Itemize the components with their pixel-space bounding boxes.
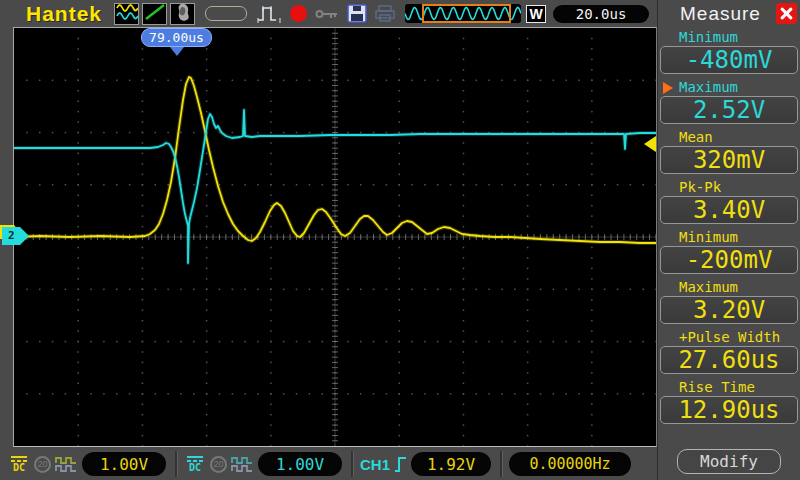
frequency-readout: 0.00000Hz xyxy=(509,452,631,476)
screen-area: 79.00us 2 xyxy=(0,27,657,448)
modify-button[interactable]: Modify xyxy=(677,449,781,474)
measure-item[interactable]: Pk-Pk 3.40V xyxy=(658,179,800,224)
brand-logo: Hantek xyxy=(26,2,102,26)
ch2-position-marker[interactable]: 2 xyxy=(2,227,30,245)
ch2-bandwidth-icon: 20 xyxy=(210,456,227,473)
measure-label: Minimum xyxy=(658,229,800,245)
snapshot-button[interactable] xyxy=(170,3,195,25)
timebase-readout[interactable]: 20.0us xyxy=(553,5,649,23)
snapshot-icon xyxy=(172,3,194,25)
left-column: Hantek xyxy=(0,0,657,480)
measure-value: 2.52V xyxy=(660,96,798,124)
measure-item[interactable]: +Pulse Width 27.60us xyxy=(658,329,800,374)
trigger-source-label[interactable]: CH1 xyxy=(360,456,390,473)
measure-value: 320mV xyxy=(660,146,798,174)
measure-item[interactable]: Minimum -200mV xyxy=(658,229,800,274)
trigger-slope-icon[interactable] xyxy=(394,456,407,473)
measure-value: -200mV xyxy=(660,246,798,274)
ch1-bandwidth-icon: 20 xyxy=(34,456,51,473)
top-toolbar: Hantek xyxy=(0,0,657,27)
key-icon xyxy=(315,8,339,20)
ch2-scale-readout[interactable]: 1.00V xyxy=(258,452,342,476)
divider xyxy=(500,451,502,477)
ch2-coupling-icon[interactable]: DC xyxy=(184,456,206,473)
measure-item[interactable]: Maximum 3.20V xyxy=(658,279,800,324)
ch1-coupling-icon[interactable]: DC xyxy=(8,456,30,473)
measure-list: Minimum -480mV Maximum 2.52V Mean 320mV … xyxy=(658,27,800,447)
measure-label: Mean xyxy=(658,129,800,145)
ch1-scale-readout[interactable]: 1.00V xyxy=(82,452,166,476)
window-mode-button[interactable]: W xyxy=(526,5,546,23)
measure-panel-header: Measure xyxy=(658,0,800,27)
measure-value: 12.90us xyxy=(660,396,798,424)
measure-value: 27.60us xyxy=(660,346,798,374)
record-icon[interactable] xyxy=(290,5,307,22)
trigger-position-pointer xyxy=(170,47,184,56)
trigger-level-marker[interactable] xyxy=(644,136,656,152)
channels-wave-icon xyxy=(116,3,138,25)
measure-item[interactable]: Mean 320mV xyxy=(658,129,800,174)
measure-label: Minimum xyxy=(658,29,800,45)
measure-item[interactable]: Minimum -480mV xyxy=(658,29,800,74)
waveform-preview[interactable] xyxy=(405,4,521,23)
measure-item[interactable]: Rise Time 12.90us xyxy=(658,379,800,424)
measure-panel: Measure Minimum -480mV Maximum 2.52V Mea… xyxy=(657,0,800,480)
preview-window-box[interactable] xyxy=(422,4,511,23)
print-icon xyxy=(375,5,395,22)
active-arrow-icon xyxy=(663,82,673,94)
channels-wave-button[interactable] xyxy=(114,3,139,25)
close-icon[interactable] xyxy=(776,3,797,24)
pulse-step-icon[interactable] xyxy=(255,4,281,24)
cursor-line-icon xyxy=(144,3,166,25)
ch2-probe-icon xyxy=(231,456,253,472)
bottom-status-bar: DC 20 1.00V DC 20 1.0 xyxy=(0,448,657,480)
divider xyxy=(351,451,353,477)
status-box xyxy=(205,6,247,21)
measure-label: Maximum xyxy=(658,79,800,95)
ch2-marker-label: 2 xyxy=(8,229,15,242)
divider xyxy=(175,451,177,477)
trigger-level-readout[interactable]: 1.92V xyxy=(411,452,491,476)
graticule xyxy=(13,27,657,447)
measure-label: Maximum xyxy=(658,279,800,295)
save-icon[interactable] xyxy=(347,4,367,23)
measure-value: 3.40V xyxy=(660,196,798,224)
measure-item[interactable]: Maximum 2.52V xyxy=(658,79,800,124)
measure-value: -480mV xyxy=(660,46,798,74)
oscilloscope-ui: Hantek xyxy=(0,0,800,480)
cursor-line-button[interactable] xyxy=(142,3,167,25)
measure-label: Rise Time xyxy=(658,379,800,395)
trigger-position-bubble[interactable]: 79.00us xyxy=(141,28,212,47)
measure-value: 3.20V xyxy=(660,296,798,324)
measure-label: Pk-Pk xyxy=(658,179,800,195)
ch1-probe-icon xyxy=(55,456,77,472)
panel-title: Measure xyxy=(680,3,761,25)
measure-label: +Pulse Width xyxy=(658,329,800,345)
